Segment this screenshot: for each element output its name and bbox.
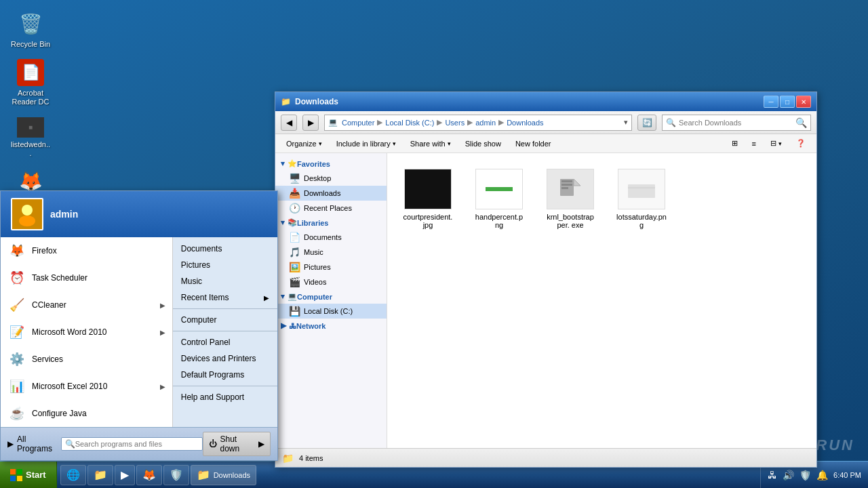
address-breadcrumb: Computer ▶ Local Disk (C:) ▶ Users ▶ adm… xyxy=(340,118,621,127)
downloads-sidebar-icon: 📥 xyxy=(289,188,300,199)
menu-help[interactable]: ❓ xyxy=(791,138,811,149)
search-box-input[interactable] xyxy=(679,119,793,127)
file-item-courtpresident[interactable]: courtpresident.jpg xyxy=(397,163,458,235)
search-icon: 🔍 xyxy=(65,439,75,449)
svg-rect-6 xyxy=(561,184,572,186)
desktop-icon-listedwed[interactable]: ■ listedwedn... xyxy=(7,114,54,161)
menu-new-folder[interactable]: New folder xyxy=(510,138,557,149)
bc-computer[interactable]: Computer xyxy=(340,119,376,127)
taskbar-item-media[interactable]: ▶ xyxy=(115,465,135,485)
sidebar-item-recent-places[interactable]: 🕐 Recent Places xyxy=(275,201,387,216)
address-bar[interactable]: 💻 Computer ▶ Local Disk (C:) ▶ Users ▶ a… xyxy=(324,115,632,131)
menu-organize[interactable]: Organize ▾ xyxy=(281,138,328,149)
start-item-ccleaner[interactable]: 🧹 CCleaner ▶ xyxy=(1,291,172,319)
close-button[interactable]: ✕ xyxy=(796,96,811,108)
right-item-recent-label: Recent Items xyxy=(181,293,229,302)
tray-notification-icon[interactable]: 🔔 xyxy=(816,470,828,481)
right-divider-1 xyxy=(173,308,277,309)
desktop-icon-recycle-bin[interactable]: 🗑️ Recycle Bin xyxy=(7,7,54,52)
sidebar-item-lib-pictures[interactable]: 🖼️ Pictures xyxy=(275,260,387,274)
bc-users[interactable]: Users xyxy=(443,119,466,127)
right-item-documents[interactable]: Documents xyxy=(173,241,277,257)
start-item-task-scheduler[interactable]: ⏰ Task Scheduler xyxy=(1,264,172,291)
acrobat-icon: 📄 xyxy=(17,59,44,86)
sidebar-network-header[interactable]: ▶ 🖧 Network xyxy=(275,319,387,333)
right-item-pictures[interactable]: Pictures xyxy=(173,257,277,273)
system-clock[interactable]: 6:40 PM xyxy=(833,471,861,479)
downloads-tb-icon: 📁 xyxy=(197,468,210,481)
sidebar-item-lib-videos[interactable]: 🎬 Videos xyxy=(275,274,387,289)
taskbar-item-firefox-tb[interactable]: 🦊 xyxy=(136,465,162,485)
lotssaturday-thumb xyxy=(618,169,665,209)
sidebar-item-lib-music[interactable]: 🎵 Music xyxy=(275,245,387,260)
downloads-tb-label: Downloads xyxy=(214,471,250,479)
menu-include-library[interactable]: Include in library ▾ xyxy=(331,138,401,149)
file-item-lotssaturday[interactable]: lotssaturday.png xyxy=(611,163,672,235)
status-item-count: 4 items xyxy=(299,454,323,462)
right-item-music-label: Music xyxy=(181,277,202,286)
taskbar-item-shield[interactable]: 🛡️ xyxy=(163,465,189,485)
right-item-computer[interactable]: Computer xyxy=(173,312,277,328)
bc-admin[interactable]: admin xyxy=(474,119,497,127)
view-icons-icon: ⊞ xyxy=(732,139,738,148)
start-item-excel[interactable]: 📊 Microsoft Excel 2010 ▶ xyxy=(1,373,172,400)
start-item-java[interactable]: ☕ Configure Java xyxy=(1,400,172,427)
search-programs-input[interactable] xyxy=(75,440,197,448)
minimize-button[interactable]: ─ xyxy=(764,96,778,108)
menu-share-with[interactable]: Share with ▾ xyxy=(405,138,456,149)
all-programs-arrow: ▶ xyxy=(7,439,14,449)
bc-downloads[interactable]: Downloads xyxy=(505,119,545,127)
right-item-default-programs[interactable]: Default Programs xyxy=(173,367,277,383)
right-item-recent[interactable]: Recent Items ▶ xyxy=(173,289,277,306)
address-dropdown-arrow[interactable]: ▾ xyxy=(624,118,628,127)
tray-network-icon[interactable]: 🖧 xyxy=(768,470,777,481)
search-box-icon: 🔍 xyxy=(666,118,676,127)
menu-view-details[interactable]: ≡ xyxy=(747,138,762,149)
shutdown-label: Shut down xyxy=(220,434,256,453)
start-item-msword[interactable]: 📝 Microsoft Word 2010 ▶ xyxy=(1,319,172,346)
right-item-help[interactable]: Help and Support xyxy=(173,389,277,405)
sidebar-libraries-header[interactable]: ▾ 📚 Libraries xyxy=(275,216,387,230)
back-button[interactable]: ◀ xyxy=(281,115,297,131)
menu-view-toggle[interactable]: ⊟ ▾ xyxy=(765,138,787,149)
menu-slide-show[interactable]: Slide show xyxy=(460,138,507,149)
forward-button[interactable]: ▶ xyxy=(302,115,319,131)
shutdown-button[interactable]: ⏻ Shut down ▶ xyxy=(203,432,271,456)
refresh-button[interactable]: 🔄 xyxy=(637,115,656,131)
sidebar-item-desktop[interactable]: 🖥️ Desktop xyxy=(275,171,387,186)
right-item-devices[interactable]: Devices and Printers xyxy=(173,350,277,367)
svg-point-2 xyxy=(19,216,35,226)
file-grid: courtpresident.jpg handpercent.png xyxy=(397,163,806,235)
taskbar-item-folder[interactable]: 📁 xyxy=(87,465,113,485)
sidebar-item-local-disk[interactable]: 💾 Local Disk (C:) xyxy=(275,304,387,319)
tray-volume-icon[interactable]: 🔊 xyxy=(783,470,794,481)
bc-sep-3: ▶ xyxy=(467,118,473,127)
sidebar: ▾ ⭐ Favorites 🖥️ Desktop 📥 Downloads 🕐 R… xyxy=(275,153,387,448)
search-submit-icon[interactable]: 🔍 xyxy=(795,117,807,128)
start-button[interactable]: Start xyxy=(0,462,57,488)
desktop-icon-acrobat[interactable]: 📄 AcrobatReader DC xyxy=(7,56,54,110)
file-item-krnl[interactable]: krnl_bootstrapper. exe xyxy=(540,163,601,235)
menu-view-icons[interactable]: ⊞ xyxy=(726,138,743,149)
main-content: courtpresident.jpg handpercent.png xyxy=(387,153,816,448)
right-item-control-panel[interactable]: Control Panel xyxy=(173,334,277,350)
sidebar-computer-header[interactable]: ▾ 💻 Computer xyxy=(275,289,387,304)
start-item-firefox[interactable]: 🦊 Firefox xyxy=(1,237,172,264)
search-box[interactable]: 🔍 🔍 xyxy=(662,115,811,131)
taskbar-item-downloads-active[interactable]: 📁 Downloads xyxy=(191,465,256,485)
explorer-body: ▾ ⭐ Favorites 🖥️ Desktop 📥 Downloads 🕐 R… xyxy=(275,153,816,448)
sidebar-item-lib-documents[interactable]: 📄 Documents xyxy=(275,230,387,245)
file-item-handpercent[interactable]: handpercent.png xyxy=(469,163,530,235)
right-item-music[interactable]: Music xyxy=(173,273,277,289)
search-programs-bar[interactable]: 🔍 xyxy=(61,437,203,451)
sidebar-item-downloads[interactable]: 📥 Downloads xyxy=(275,186,387,201)
tray-security-icon[interactable]: 🛡️ xyxy=(800,470,811,481)
start-item-services[interactable]: ⚙️ Services xyxy=(1,346,172,373)
media-icon: ▶ xyxy=(121,468,129,481)
bc-localdisk[interactable]: Local Disk (C:) xyxy=(384,119,435,127)
sidebar-favorites-header[interactable]: ▾ ⭐ Favorites xyxy=(275,157,387,171)
all-programs-button[interactable]: ▶ All Programs xyxy=(7,434,61,453)
taskbar-item-ie[interactable]: 🌐 xyxy=(60,465,86,485)
svg-rect-15 xyxy=(10,476,16,481)
maximize-button[interactable]: □ xyxy=(780,96,795,108)
